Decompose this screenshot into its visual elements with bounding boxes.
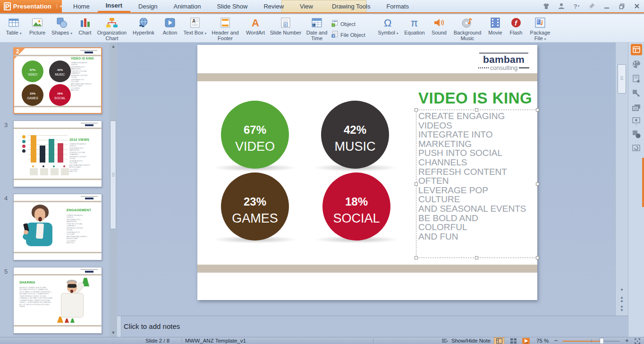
app-menu-caret-icon: ▾ — [57, 4, 62, 9]
tab-home[interactable]: Home — [65, 0, 98, 12]
table-button[interactable]: Table ▾ — [2, 15, 25, 42]
stat-circle-games[interactable]: 23% GAMES — [221, 172, 289, 241]
slide-number-button[interactable]: # Slide Number — [269, 15, 302, 42]
ribbon-tabs: Home Insert Design Animation Slide Show … — [65, 0, 417, 12]
date-time-button[interactable]: L Date and Time — [302, 15, 331, 42]
tab-drawing-tools[interactable]: Drawing Tools — [324, 0, 378, 12]
thumbnail-slide-3[interactable]: 2014 VIEWS CREATE ENGAGING VIDEOS INTEGR… — [13, 120, 102, 187]
notes-placeholder[interactable]: Click to add notes — [124, 322, 180, 330]
organization-chart-button[interactable]: Organization Chart — [95, 15, 128, 42]
tab-slide-show[interactable]: Slide Show — [209, 0, 255, 12]
design-palette-icon[interactable] — [631, 59, 642, 70]
thumbnail-slide-4[interactable]: ENGAGEMENT CREATE ENGAGING VIDEOS INTEGR… — [13, 194, 102, 260]
restore-button[interactable] — [618, 2, 626, 10]
animation-star-icon[interactable] — [631, 115, 642, 127]
minimize-button[interactable] — [602, 2, 611, 10]
thumbnail-slide-2[interactable]: 2 VIDEO IS KING CREATE ENGAGING VIDEOS I… — [13, 47, 102, 114]
notes-splitter[interactable] — [117, 316, 121, 337]
mini-stat-social: 18%SOCIAL — [49, 84, 71, 106]
hyperlink-button[interactable]: Hyperlink — [128, 15, 159, 42]
symbol-button[interactable]: Ω Symbol ▾ — [375, 15, 401, 42]
stat-circle-social[interactable]: 18% SOCIAL — [322, 172, 390, 241]
tab-view[interactable]: View — [292, 0, 321, 12]
task-pane-icon[interactable] — [631, 44, 642, 55]
title-bar: P Presentation ▾ Home Insert Design Anim… — [0, 0, 644, 13]
object-shapes-icon[interactable] — [631, 129, 642, 140]
zoom-slider-thumb[interactable] — [600, 338, 604, 344]
pin-icon[interactable] — [587, 2, 596, 10]
fit-slide-button[interactable] — [635, 338, 640, 344]
handle-bottom-middle[interactable] — [475, 256, 478, 259]
tab-formats[interactable]: Formats — [378, 0, 417, 12]
zoom-out-button[interactable]: − — [554, 337, 558, 344]
tab-insert[interactable]: Insert — [98, 0, 130, 12]
help-button[interactable]: ?▾ — [572, 2, 581, 10]
stat-circle-music[interactable]: 42% MUSIC — [321, 101, 389, 169]
sound-button[interactable]: Sound — [428, 15, 450, 42]
flash-button[interactable]: f Flash — [506, 15, 526, 42]
status-bar: Slide 2 / 8 MWW_ANZ Template_v1 Show/Hid… — [0, 337, 644, 344]
header-footer-button[interactable]: Header and Footer — [209, 15, 242, 42]
package-file-button[interactable]: Package File ▾ — [526, 15, 554, 42]
tab-design[interactable]: Design — [130, 0, 165, 12]
wordart-button[interactable]: A WordArt — [242, 15, 269, 42]
action-button[interactable]: Action — [159, 15, 181, 42]
text-box-button[interactable]: A Text Box ▾ — [181, 15, 209, 42]
thumbnail-slide-5[interactable]: SHARING WE MUST CREATE VIDEOS THAT MOTIV… — [13, 267, 102, 334]
object-button[interactable]: Object — [331, 20, 375, 28]
background-music-icon — [461, 16, 474, 29]
movie-icon — [489, 16, 501, 29]
tab-animation[interactable]: Animation — [166, 0, 209, 12]
backup-restore-icon[interactable] — [631, 143, 642, 154]
equation-button[interactable]: π Equation — [401, 15, 428, 42]
bambam-logo[interactable]: bambam consulting — [478, 52, 530, 71]
bullet-text[interactable]: CREATE ENGAGING VIDEOS INTEGRATE INTO MA… — [418, 112, 536, 241]
background-music-button[interactable]: Background Music — [450, 15, 484, 42]
shapes-button[interactable]: Shapes ▾ — [49, 15, 75, 42]
slide-canvas[interactable]: bambam consulting VIDEO IS KING CREATE E… — [197, 45, 537, 300]
mini-slide-title: 2014 VIEWS — [69, 138, 89, 141]
editor-scrollbar-thumb[interactable] — [618, 64, 626, 94]
handle-middle-right[interactable] — [536, 182, 539, 186]
stat-circle-video[interactable]: 67% VIDEO — [221, 101, 289, 169]
ribbon-toolbar: Table ▾ Picture Shapes ▾ Chart Organizat… — [0, 14, 644, 43]
handle-bottom-right[interactable] — [536, 256, 539, 259]
previous-slide-button[interactable]: ▲▲ — [617, 296, 627, 302]
symbol-icon: Ω — [382, 16, 394, 29]
handle-middle-left[interactable] — [415, 182, 418, 186]
notes-pane[interactable]: Click to add notes — [117, 316, 628, 337]
scroll-down-button[interactable]: ▼ — [617, 288, 627, 292]
scroll-up-icon[interactable]: ▲ — [110, 43, 116, 49]
thumbnail-scrollbar-thumb[interactable] — [110, 120, 116, 229]
slide-title[interactable]: VIDEO IS KING — [418, 89, 537, 107]
handle-top-left[interactable] — [415, 108, 418, 112]
account-person-icon[interactable] — [557, 2, 566, 10]
close-button[interactable] — [633, 2, 641, 10]
note-toggle-icon[interactable] — [442, 339, 449, 344]
mini-slide-title: SHARING — [19, 281, 35, 284]
editor-scrollbar[interactable]: ▼ ▲▲ ▼▼ — [615, 43, 628, 316]
transition-shapes-icon[interactable] — [631, 88, 642, 99]
app-menu-button[interactable]: P Presentation ▾ — [0, 0, 62, 12]
bullet-textbox[interactable]: CREATE ENGAGING VIDEOS INTEGRATE INTO MA… — [416, 110, 538, 258]
theme-shirt-icon[interactable] — [542, 2, 551, 10]
layout-stack-icon[interactable] — [631, 102, 642, 113]
handle-top-middle[interactable] — [475, 108, 478, 112]
scroll-down-icon[interactable]: ▼ — [110, 330, 116, 335]
movie-button[interactable]: Movie — [484, 15, 506, 42]
tab-review[interactable]: Review — [255, 0, 292, 12]
next-slide-button[interactable]: ▼▼ — [617, 305, 627, 312]
template-star-icon[interactable] — [631, 73, 642, 85]
file-object-button[interactable]: File Object — [331, 31, 375, 39]
normal-view-button[interactable] — [494, 337, 504, 344]
photo-engagement-image — [17, 205, 65, 252]
picture-button[interactable]: Picture — [25, 15, 49, 42]
handle-top-right[interactable] — [536, 108, 539, 112]
slide-sorter-view-button[interactable] — [508, 337, 518, 344]
note-toggle-label[interactable]: Show/Hide Note — [451, 338, 491, 344]
chart-button[interactable]: Chart — [75, 15, 95, 42]
handle-bottom-left[interactable] — [415, 256, 418, 259]
slideshow-play-button[interactable] — [522, 338, 530, 344]
thumbnail-scrollbar[interactable]: ▲ ▼ — [110, 43, 117, 337]
zoom-in-button[interactable]: + — [625, 337, 629, 344]
